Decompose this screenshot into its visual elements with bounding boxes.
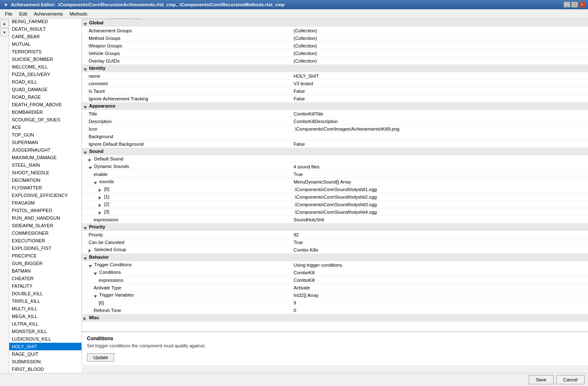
menu-achievements[interactable]: Achievements bbox=[31, 11, 66, 17]
ach-item-superman[interactable]: SUPERMAN bbox=[9, 139, 81, 146]
ach-item-fragasm[interactable]: FRAGASM bbox=[9, 199, 81, 207]
ach-item-rage_quit[interactable]: RAGE_QUIT bbox=[9, 350, 81, 358]
ach-item-mega_kill[interactable]: MEGA_KILL bbox=[9, 312, 81, 320]
ach-item-pistol_whipped[interactable]: PISTOL_WHIPPED bbox=[9, 207, 81, 214]
ach-item-suicide_bomber[interactable]: SUICIDE_BOMBER bbox=[9, 55, 81, 63]
ach-item-road_rage[interactable]: ROAD_RAGE bbox=[9, 93, 81, 101]
ach-item-scourge_of_skies[interactable]: SCOURGE_OF_SKIES bbox=[9, 116, 81, 123]
update-button[interactable]: Update bbox=[87, 353, 114, 362]
expand-icon[interactable] bbox=[99, 188, 103, 192]
ach-item-first_blood[interactable]: FIRST_BLOOD bbox=[9, 365, 81, 373]
prop-row[interactable]: Method Groups(Collection) bbox=[82, 34, 588, 42]
menu-file[interactable]: File bbox=[2, 11, 16, 17]
prop-row[interactable]: Background bbox=[82, 133, 588, 140]
ach-item-pizza_delivery[interactable]: PIZZA_DELIVERY bbox=[9, 71, 81, 78]
nav-up-button[interactable]: ▲ bbox=[0, 19, 9, 28]
ach-item-ultra_kill[interactable]: ULTRA_KILL bbox=[9, 320, 81, 328]
prop-row[interactable]: Dynamic Sounds4 sound files bbox=[82, 163, 588, 171]
ach-item-gun_bigger[interactable]: GUN_BIGGER bbox=[9, 260, 81, 267]
expand-icon[interactable] bbox=[99, 195, 103, 200]
prop-row[interactable]: nameHOLY_SHIT bbox=[82, 72, 588, 80]
prop-row[interactable]: [0].\Components\Core\Sound\holyshit1.ogg bbox=[82, 186, 588, 193]
ach-item-death_from_above[interactable]: DEATH_FROM_ABOVE bbox=[9, 101, 81, 108]
ach-item-death_insult[interactable]: DEATH_INSULT bbox=[9, 25, 81, 33]
props-grid[interactable]: GlobalAchievement Groups(Collection)Meth… bbox=[82, 19, 588, 331]
ach-item-run_and_handgun[interactable]: RUN_AND_HANDGUN bbox=[9, 214, 81, 222]
prop-row[interactable]: Can be CanceledTrue bbox=[82, 239, 588, 246]
ach-item-mutual[interactable]: MUTUAL bbox=[9, 40, 81, 48]
prop-row[interactable]: Trigger VariablesInt32[] Array bbox=[82, 291, 588, 299]
nav-down-button[interactable]: ▼ bbox=[0, 28, 9, 37]
prop-row[interactable]: Vehicle Groups(Collection) bbox=[82, 50, 588, 57]
minimize-button[interactable]: _ bbox=[564, 2, 570, 8]
prop-row[interactable]: Overlay GUIDs(Collection) bbox=[82, 57, 588, 65]
prop-row[interactable]: TitleComboKillTitle bbox=[82, 110, 588, 118]
ach-item-welcome_kill[interactable]: WELCOME_KILL bbox=[9, 63, 81, 71]
section-toggle-icon[interactable] bbox=[84, 21, 88, 26]
menu-edit[interactable]: Edit bbox=[16, 11, 31, 17]
expand-icon[interactable] bbox=[89, 248, 93, 252]
prop-row[interactable]: Weapon Groups(Collection) bbox=[82, 42, 588, 50]
ach-item-ludicrous_kill[interactable]: LUDICROUS_KILL bbox=[9, 335, 81, 343]
sort-alpha-button[interactable]: A↑ bbox=[110, 18, 119, 19]
ach-item-executioner[interactable]: EXECUTIONER bbox=[9, 237, 81, 244]
ach-item-steel_rain[interactable]: STEEL_RAIN bbox=[9, 161, 81, 169]
ach-item-shoot_needle[interactable]: SHOOT_NEEDLE bbox=[9, 169, 81, 176]
ach-item-triple_kill[interactable]: TRIPLE_KILL bbox=[9, 297, 81, 305]
ach-item-multi_kill[interactable]: MULTI_KILL bbox=[9, 305, 81, 312]
expand-icon[interactable] bbox=[89, 263, 93, 268]
ach-item-exploding_fist[interactable]: EXPLODING_FIST bbox=[9, 244, 81, 252]
ach-item-flyswatter[interactable]: FLYSWATTER bbox=[9, 184, 81, 192]
prop-row[interactable]: enableTrue bbox=[82, 171, 588, 178]
prop-row[interactable]: expressionsComboKill bbox=[82, 276, 588, 284]
prop-row[interactable]: Ignore Default BackgroundFalse bbox=[82, 140, 588, 148]
ach-item-holy_shit[interactable]: HOLY_SHIT bbox=[9, 343, 81, 350]
ach-item-juggernaught[interactable]: JUGGERNAUGHT bbox=[9, 146, 81, 154]
prop-row[interactable]: ConditionsComboKill bbox=[82, 269, 588, 276]
prop-row[interactable]: soundsMenuDynamicSound[] Array bbox=[82, 178, 588, 186]
prop-row[interactable]: Ignore Achievement TrackingFalse bbox=[82, 95, 588, 102]
close-button[interactable]: ✕ bbox=[579, 2, 585, 8]
expand-icon[interactable] bbox=[89, 165, 93, 169]
ach-item-bombardier[interactable]: BOMBARDIER bbox=[9, 108, 81, 116]
ach-item-sidearm_slayer[interactable]: SIDEARM_SLAYER bbox=[9, 222, 81, 229]
section-toggle-icon[interactable] bbox=[84, 67, 88, 71]
ach-item-maximum_damage[interactable]: MAXIMUM_DAMAGE bbox=[9, 154, 81, 161]
prop-row[interactable]: Achievement Groups(Collection) bbox=[82, 27, 588, 34]
prop-row[interactable]: Default Sound bbox=[82, 155, 588, 163]
ach-item-terrorists[interactable]: TERRORISTS bbox=[9, 48, 81, 55]
props-button[interactable]: ≡ bbox=[130, 18, 139, 19]
menu-methods[interactable]: Methods bbox=[66, 11, 91, 17]
ach-item-road_kill[interactable]: ROAD_KILL bbox=[9, 78, 81, 86]
prop-row[interactable]: [1].\Components\Core\Sound\holyshit2.ogg bbox=[82, 193, 588, 201]
section-toggle-icon[interactable] bbox=[84, 256, 88, 260]
prop-row[interactable]: Refresh Time0 bbox=[82, 307, 588, 314]
ach-item-decimation[interactable]: DECIMATION bbox=[9, 176, 81, 184]
ach-item-monster_kill[interactable]: MONSTER_KILL bbox=[9, 328, 81, 335]
prop-row[interactable]: commentV3 tested bbox=[82, 80, 588, 87]
prop-row[interactable]: expressionsSoundHolyShit bbox=[82, 216, 588, 223]
prop-row[interactable]: [2].\Components\Core\Sound\holyshit3.ogg bbox=[82, 201, 588, 208]
expand-icon[interactable] bbox=[99, 203, 103, 207]
ach-item-fatality[interactable]: FATALITY bbox=[9, 282, 81, 290]
expand-icon[interactable] bbox=[89, 158, 93, 162]
section-toggle-icon[interactable] bbox=[84, 226, 88, 230]
maximize-button[interactable]: □ bbox=[571, 2, 578, 8]
prop-row[interactable]: Activate TypeActivate bbox=[82, 284, 588, 291]
save-button[interactable]: Save bbox=[529, 375, 554, 384]
prop-row[interactable]: Identity bbox=[82, 65, 588, 72]
section-toggle-icon[interactable] bbox=[84, 105, 88, 109]
prop-row[interactable]: Is TauntFalse bbox=[82, 87, 588, 95]
prop-row[interactable]: Behavior bbox=[82, 254, 588, 261]
ach-item-double_kill[interactable]: DOUBLE_KILL bbox=[9, 290, 81, 297]
expand-icon[interactable] bbox=[94, 294, 98, 298]
prop-row[interactable]: Global bbox=[82, 19, 588, 27]
ach-item-care_bear[interactable]: CARE_BEAR bbox=[9, 33, 81, 40]
prop-row[interactable]: Misc bbox=[82, 314, 588, 322]
ach-item-commissioner[interactable]: COMMISSIONER bbox=[9, 229, 81, 237]
prop-row[interactable]: Sound bbox=[82, 148, 588, 155]
sort-cat-button[interactable]: ☰ bbox=[119, 18, 128, 19]
cancel-button[interactable]: Cancel bbox=[556, 375, 585, 384]
prop-row[interactable]: [0]9 bbox=[82, 299, 588, 307]
expand-icon[interactable] bbox=[94, 271, 98, 275]
